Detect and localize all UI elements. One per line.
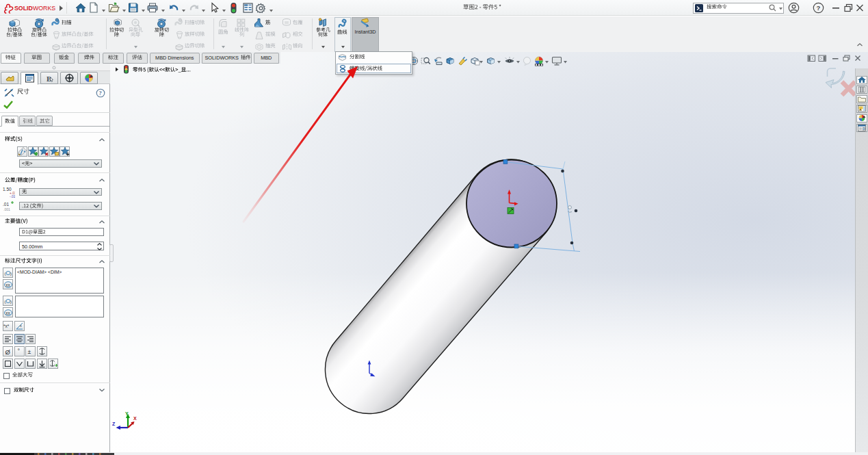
svg-text:-.01: -.01 bbox=[10, 194, 15, 198]
svg-text:°: ° bbox=[17, 348, 20, 354]
svg-text:±: ± bbox=[28, 348, 31, 355]
svg-text:.001: .001 bbox=[3, 207, 10, 211]
svg-text:xx: xx bbox=[5, 310, 10, 315]
svg-text:Ø: Ø bbox=[5, 348, 11, 355]
svg-text:Z: Z bbox=[112, 421, 116, 426]
svg-text:): ) bbox=[10, 270, 12, 275]
svg-text:xx: xx bbox=[5, 282, 10, 287]
svg-text:Y: Y bbox=[125, 411, 129, 416]
svg-text:x: x bbox=[20, 324, 22, 328]
svg-text:?: ? bbox=[99, 90, 102, 96]
svg-text:*x*: *x* bbox=[3, 324, 10, 328]
svg-text:.01: .01 bbox=[3, 202, 9, 207]
svg-text:X: X bbox=[133, 416, 137, 421]
svg-text:): ) bbox=[10, 298, 12, 303]
